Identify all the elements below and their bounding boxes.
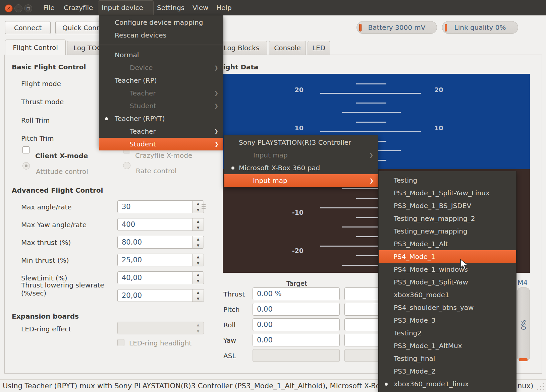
menu-item-ps3-mode-1-alt[interactable]: PS3_Mode_1_Alt: [379, 238, 516, 250]
menu-item-ps3-mode-2[interactable]: PS3_Mode_2: [379, 365, 516, 378]
menu-item-label: PS3_Mode_1_Split-Yaw: [394, 278, 468, 286]
advanced-spinbox-2[interactable]: 80,00 ▲▼: [117, 236, 204, 249]
pitch-ladder-line: [356, 103, 386, 104]
basic-flight-control-header: Basic Flight Control: [12, 63, 86, 71]
submenu-arrow-icon: ❯: [369, 178, 374, 184]
tab-log-blocks[interactable]: Log Blocks: [216, 41, 267, 55]
input-device-menu: Configure device mappingRescan devicesNo…: [99, 15, 223, 147]
menu-item-label: PS3_Mode_1_AltMux: [394, 342, 462, 350]
advanced-spinbox-1[interactable]: 400 ▲▼: [117, 218, 204, 231]
resize-grip[interactable]: [536, 383, 545, 391]
menubar-item-help[interactable]: Help: [216, 0, 232, 15]
menu-item-xbox360-mode1-linux[interactable]: xbox360_mode1_linux: [379, 378, 516, 390]
target-pitch-field[interactable]: 0.00: [253, 303, 340, 316]
menu-item-student[interactable]: Student❯: [99, 138, 223, 150]
spinbox-value: 400: [122, 220, 135, 228]
target-column-header: Target: [275, 279, 319, 287]
menubar-item-input-device[interactable]: Input device: [102, 0, 143, 15]
menu-item-label: PS3_Mode_1_Alt: [394, 240, 448, 248]
menu-item-label: Teacher: [130, 127, 156, 135]
attitude-control-radio: [22, 162, 30, 170]
menu-item-normal[interactable]: Normal: [100, 49, 223, 61]
spinner-buttons[interactable]: ▲▼: [192, 218, 204, 231]
menu-item-testing-final[interactable]: Testing_final: [379, 352, 516, 365]
menu-item-ps3-mode-1-split-yaw-linux[interactable]: PS3_Mode_1_Split-Yaw_Linux: [379, 187, 516, 199]
menu-item-label: Sony PLAYSTATION(R)3 Controller: [239, 138, 351, 146]
menu-item-microsoft-x-box-360-pad[interactable]: Microsoft X-Box 360 pad: [225, 161, 378, 174]
advanced-label-3: Min thrust (%): [21, 256, 105, 264]
menu-item-student: Student❯: [100, 100, 223, 112]
menu-item-testing-new-mapping[interactable]: Testing_new_mapping: [379, 225, 516, 238]
menu-item-ps4-mode-1[interactable]: PS4_Mode_1: [379, 250, 516, 263]
connect-button[interactable]: Connect: [5, 21, 51, 34]
menu-item-ps3-mode-3[interactable]: PS3_Mode_3: [379, 314, 516, 327]
advanced-spinbox-0[interactable]: 30 ▲▼: [117, 200, 204, 213]
client-xmode-checkbox[interactable]: [22, 146, 30, 153]
menu-item-ps3-mode-1-split-yaw[interactable]: PS3_Mode_1_Split-Yaw: [379, 276, 516, 288]
battery-indicator: Battery 3000 mV: [357, 21, 437, 34]
link-quality-indicator: Link quality 0%: [442, 21, 518, 34]
attitude-control-label: Attitude control: [36, 168, 88, 176]
tab-flight-control[interactable]: Flight Control: [5, 40, 66, 55]
target-yaw-field[interactable]: 0.00: [253, 334, 340, 346]
tab-led[interactable]: LED: [308, 41, 330, 55]
menu-item-testing2[interactable]: Testing2: [379, 327, 516, 339]
target-thrust-field[interactable]: 0.00 %: [253, 287, 340, 300]
menu-item-label: Input map: [253, 151, 288, 159]
spinbox-value: 25,00: [122, 256, 142, 264]
menubar-item-crazyflie[interactable]: Crazyflie: [64, 0, 93, 15]
m4-thrust-value: 0%: [513, 319, 534, 331]
menu-item-xbox360-mode1[interactable]: xbox360_mode1: [379, 288, 516, 301]
menu-item-ps4-shoulder-btns-yaw[interactable]: PS4_shoulder_btns_yaw: [379, 301, 516, 314]
submenu-arrow-icon: ❯: [214, 141, 219, 147]
submenu-arrow-icon: ❯: [214, 103, 218, 109]
menu-item-ps3-mode-1-altmux[interactable]: PS3_Mode_1_AltMux: [379, 339, 516, 352]
tab-console[interactable]: Console: [269, 41, 306, 55]
spinner-buttons[interactable]: ▲▼: [192, 254, 204, 266]
menu-item-teacher-rp-[interactable]: Teacher (RP): [100, 74, 223, 87]
pitch-label-right: 20: [434, 86, 454, 93]
menu-item-label: Testing_new_mapping: [394, 227, 468, 235]
target-asl-field: [253, 349, 340, 362]
menu-item-teacher[interactable]: Teacher❯: [100, 125, 223, 138]
pitch-label-left: 20: [283, 86, 304, 93]
menu-item-label: Testing2: [394, 329, 422, 337]
menu-item-configure-device-mapping[interactable]: Configure device mapping: [100, 16, 223, 29]
pitch-ladder-line: [342, 112, 401, 113]
maximize-icon[interactable]: □: [24, 4, 32, 12]
menu-item-label: PS3_Mode_1_Split-Yaw_Linux: [394, 189, 490, 197]
menu-item-label: PS4_Mode_1: [393, 253, 435, 261]
radio-bullet-icon: [105, 117, 108, 120]
menu-item-testing[interactable]: Testing: [379, 174, 516, 187]
menubar-item-file[interactable]: File: [43, 0, 54, 15]
menu-item-ps4-mode-1-windows[interactable]: PS4_Mode_1_windows: [379, 263, 516, 276]
menu-item-ps3-mode-1-bs-jsdev[interactable]: PS3_Mode_1_BS_JSDEV: [379, 199, 516, 212]
menubar-item-view[interactable]: View: [193, 0, 208, 15]
target-roll-field[interactable]: 0.00: [253, 318, 340, 331]
close-icon[interactable]: ✕: [5, 4, 13, 12]
menu-item-input-map[interactable]: Input map❯: [224, 174, 378, 187]
advanced-spinbox-3[interactable]: 25,00 ▲▼: [117, 254, 204, 266]
menu-item-sony-playstation-r-3-controller[interactable]: Sony PLAYSTATION(R)3 Controller: [225, 136, 378, 149]
spinner-buttons[interactable]: ▲▼: [192, 236, 204, 248]
menu-item-teacher-rpyt-[interactable]: Teacher (RPYT): [100, 112, 223, 125]
submenu-arrow-icon: ❯: [214, 128, 218, 134]
spinner-buttons[interactable]: ▲▼: [192, 289, 204, 302]
spinner-buttons: ▲▼: [193, 322, 204, 334]
advanced-spinbox-4[interactable]: 40,00 ▲▼: [117, 271, 204, 284]
menubar-item-settings[interactable]: Settings: [157, 0, 184, 15]
menu-item-testing-new-mapping-2[interactable]: Testing_new_mapping_2: [379, 212, 516, 225]
spinner-buttons[interactable]: ▲▼: [192, 272, 204, 284]
led-ring-effect-label: LED-ring effect: [21, 325, 71, 333]
menu-item-rescan-devices[interactable]: Rescan devices: [100, 29, 223, 42]
spinbox-value: 20,00: [122, 291, 142, 300]
pitch-label-left: -10: [283, 209, 304, 216]
menu-item-label: Teacher (RPYT): [115, 115, 165, 123]
link-level-bar: [445, 24, 447, 31]
splitter-handle[interactable]: [202, 204, 206, 210]
advanced-spinbox-5[interactable]: 20,00 ▲▼: [117, 289, 204, 302]
minimize-icon[interactable]: –: [14, 4, 22, 12]
menu-item-device: Device❯: [100, 61, 223, 74]
submenu-arrow-icon: ❯: [369, 152, 373, 158]
submenu-arrow-icon: ❯: [214, 65, 218, 71]
